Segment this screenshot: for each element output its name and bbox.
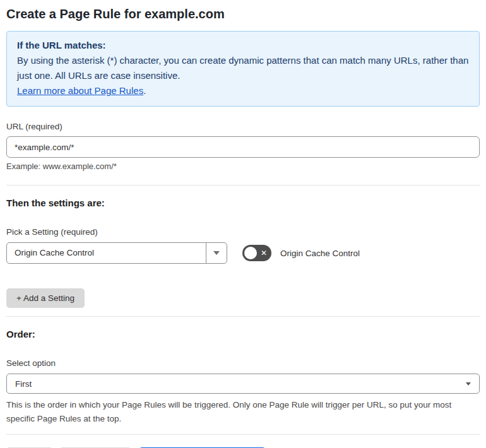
url-example-hint: Example: www.example.com/* [6, 162, 480, 172]
url-input[interactable] [6, 136, 480, 158]
info-box-heading: If the URL matches: [17, 38, 469, 53]
divider [6, 434, 480, 435]
add-setting-button[interactable]: + Add a Setting [6, 288, 85, 308]
setting-dropdown[interactable]: Origin Cache Control [6, 242, 227, 264]
order-select-label: Select option [6, 358, 480, 368]
learn-more-link[interactable]: Learn more about Page Rules [17, 85, 143, 96]
toggle-label: Origin Cache Control [280, 249, 360, 258]
order-section-heading: Order: [6, 329, 480, 340]
url-match-info-box: If the URL matches: By using the asteris… [6, 31, 480, 107]
chevron-down-icon [466, 382, 471, 386]
pick-setting-label: Pick a Setting (required) [6, 227, 480, 237]
divider [6, 185, 480, 186]
url-field-label: URL (required) [6, 122, 480, 132]
order-help-text: This is the order in which your Page Rul… [6, 398, 480, 426]
page-title: Create a Page Rule for example.com [6, 5, 480, 23]
info-box-link-line: Learn more about Page Rules. [17, 83, 469, 98]
order-select-value: First [15, 379, 32, 389]
order-select[interactable]: First [6, 374, 480, 394]
toggle-x-icon: ✕ [261, 245, 267, 261]
divider [6, 316, 480, 317]
toggle-knob [244, 247, 257, 259]
dropdown-arrow-button[interactable] [206, 243, 227, 263]
origin-cache-toggle[interactable]: ✕ [242, 245, 271, 261]
setting-dropdown-value: Origin Cache Control [7, 243, 206, 263]
settings-section-heading: Then the settings are: [6, 197, 480, 209]
info-box-body: By using the asterisk (*) character, you… [17, 53, 469, 83]
setting-row: Origin Cache Control ✕ Origin Cache Cont… [6, 242, 480, 264]
link-period: . [143, 85, 146, 96]
page-rule-form: Create a Page Rule for example.com If th… [0, 5, 486, 448]
chevron-down-icon [213, 251, 220, 255]
